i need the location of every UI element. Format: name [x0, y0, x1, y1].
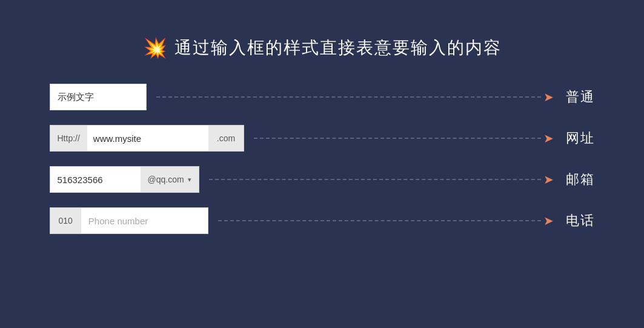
email-domain-dropdown[interactable]: @qq.com ▾	[141, 166, 199, 193]
chevron-down-icon: ▾	[188, 176, 191, 184]
url-suffix: .com	[208, 125, 244, 152]
arrow-icon: ➤	[543, 91, 554, 103]
email-domain-label: @qq.com	[148, 175, 184, 184]
dashed-line-phone: ➤	[218, 215, 554, 227]
dashed-line-url: ➤	[254, 132, 553, 144]
form-row-url: Http:// .com ➤ 网址	[50, 125, 595, 152]
phone-number-input[interactable]	[81, 207, 208, 234]
normal-input-group	[50, 84, 147, 110]
phone-prefix: 010	[50, 207, 81, 234]
arrow-icon: ➤	[543, 132, 554, 144]
arrow-icon: ➤	[543, 215, 554, 227]
title-emoji: 💥	[143, 36, 167, 59]
form-row-phone: 010 ➤ 电话	[50, 207, 595, 234]
label-url: 网址	[563, 129, 595, 147]
dashed-line-email: ➤	[209, 173, 554, 186]
label-normal: 普通	[563, 88, 595, 106]
form-row-normal: ➤ 普通	[50, 84, 595, 110]
email-input-group: @qq.com ▾	[50, 166, 199, 193]
email-user-input[interactable]	[50, 166, 141, 193]
label-phone: 电话	[563, 212, 595, 230]
phone-input-group: 010	[50, 207, 208, 234]
url-prefix: Http://	[50, 125, 87, 152]
url-input[interactable]	[87, 125, 208, 152]
url-input-group: Http:// .com	[50, 125, 245, 152]
form-container: ➤ 普通 Http:// .com ➤ 网址 @qq.com ▾ ➤ 邮箱	[50, 84, 595, 234]
dashed-line-normal: ➤	[156, 91, 554, 103]
form-row-email: @qq.com ▾ ➤ 邮箱	[50, 166, 595, 193]
page-title-row: 💥 通过输入框的样式直接表意要输入的内容	[143, 36, 502, 59]
page-title: 通过输入框的样式直接表意要输入的内容	[174, 36, 502, 59]
label-email: 邮箱	[563, 170, 595, 189]
arrow-icon: ➤	[543, 173, 554, 186]
normal-input[interactable]	[50, 84, 147, 110]
